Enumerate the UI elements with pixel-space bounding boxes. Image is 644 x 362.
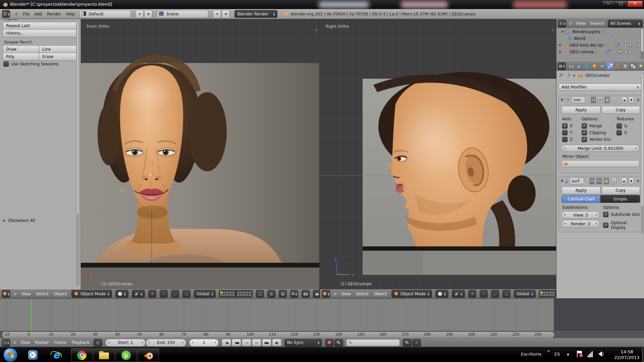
edit-mode-toggle[interactable]: ▣ (604, 97, 610, 103)
mirror-axis-x-checkbox[interactable]: ✓X (562, 123, 573, 129)
sync-mode-selector[interactable]: No Sync▲▼ (284, 339, 322, 347)
collapse-triangle-icon[interactable]: ▼ (561, 98, 563, 102)
gp-line-button[interactable]: Line (39, 45, 78, 53)
move-modifier-up-button[interactable]: ▲ (622, 97, 627, 103)
editor-type-3dview-icon[interactable]: ▲▼ (322, 290, 330, 298)
area-split-widget[interactable]: + (551, 28, 554, 33)
subsurf-modifier-header[interactable]: ▼ surf ▣ ▲ ▼ ✕ (559, 176, 642, 185)
render-engine-selector[interactable]: Blender Render▲▼ (234, 10, 277, 18)
subsurf-type-catmull-clark[interactable]: Catmull-Clark (561, 195, 601, 203)
merge-limit-slider[interactable]: ◂Merge Limit: 0.001000▸ (561, 145, 639, 152)
delete-modifier-icon[interactable]: ✕ (636, 98, 640, 103)
snap-element-selector[interactable]: ⊞▲▼ (290, 290, 298, 298)
redo-panel-header[interactable]: ▶(De)select All (3, 218, 35, 223)
subsurf-copy-button[interactable]: Copy (601, 186, 640, 194)
manipulator-arc-icon[interactable]: ◡ (491, 290, 499, 298)
menu-select[interactable]: Select (355, 292, 370, 296)
menu-object[interactable]: Object (373, 292, 388, 296)
screen-layout-selector[interactable]: Default (79, 10, 131, 18)
collapse-menu-icon[interactable]: ⊘ (333, 292, 337, 296)
pivot-point-selector[interactable]: ▲▼ (132, 290, 145, 298)
mirror-vertexgroups-checkbox[interactable]: ✓Vertex Gro (582, 137, 611, 142)
tab-render[interactable] (568, 62, 575, 70)
menu-object[interactable]: Object (53, 292, 68, 296)
viewport-shading-selector[interactable]: ▲▼ (435, 290, 448, 298)
show-desktop-button[interactable] (642, 347, 644, 362)
viewport-right-canvas[interactable] (320, 19, 556, 289)
gp-poly-button[interactable]: Poly (3, 53, 43, 61)
volume-speaker-icon[interactable]: ) (598, 351, 604, 357)
mirror-merge-checkbox[interactable]: ✓Merge (582, 123, 602, 129)
outliner-row-world[interactable]: World (567, 36, 585, 41)
tool-shelf-scrollbar[interactable] (76, 20, 79, 287)
delete-layout-button[interactable]: ✕ (144, 10, 152, 18)
outliner-row-renderlayers[interactable]: ⊕ RenderLayers| (561, 29, 610, 34)
outliner-scene-filter[interactable]: All Scenes▲▼ (608, 20, 643, 27)
delete-modifier-icon[interactable]: ✕ (636, 179, 640, 184)
tab-object-data[interactable] (614, 62, 621, 70)
subsurf-apply-button[interactable]: Apply (561, 186, 601, 194)
delete-scene-button[interactable]: ✕ (222, 10, 230, 18)
subdivide-uvs-checkbox[interactable]: ✓Subdivide UVs (603, 212, 640, 217)
collapse-menu-icon[interactable]: ⊘ (569, 21, 572, 26)
menu-add[interactable]: Add (34, 12, 42, 16)
toolbar-chevron[interactable]: » (547, 349, 550, 353)
maximize-button[interactable]: □ (614, 1, 627, 7)
tab-scene[interactable] (575, 62, 583, 70)
active-keying-set-field[interactable] (346, 339, 400, 346)
subsurf-render-stepper[interactable]: ◂Render: 2▸ (561, 220, 600, 228)
mirror-copy-button[interactable]: Copy (601, 106, 640, 114)
taskbar-media-player-icon[interactable]: ▶ (24, 348, 42, 361)
move-modifier-down-button[interactable]: ▼ (629, 178, 634, 184)
outliner-row-geo-cornea[interactable]: ⊕ GEO-cornea| (558, 49, 630, 54)
outliner-menu-search[interactable]: Search (589, 21, 605, 26)
mode-selector[interactable]: Object Mode▲▼ (71, 290, 112, 298)
insert-keyframe-icon[interactable] (403, 339, 412, 347)
modifier-name-field[interactable]: rror (572, 97, 585, 103)
taskbar-explorer-button[interactable] (93, 348, 115, 362)
mirror-texture-u-checkbox[interactable]: U (616, 123, 627, 129)
mirror-apply-button[interactable]: Apply (561, 106, 601, 114)
desktop-toolbar-label[interactable]: Escritorio (521, 352, 541, 357)
outliner-menu-view[interactable]: View (575, 21, 586, 26)
viewport-front-canvas[interactable] (80, 19, 319, 289)
collapse-menu-icon[interactable]: ⊘ (15, 12, 18, 16)
viewport-front[interactable]: Front Ortho + x (1) GEO/cuerpo Repeat Re… (0, 19, 320, 298)
menu-help[interactable]: Help (66, 12, 75, 16)
optimal-display-checkbox[interactable]: ✓Optimal Display (603, 221, 642, 230)
viewport-visibility-toggle[interactable] (598, 97, 603, 103)
tab-particles[interactable]: ✱ (637, 62, 644, 70)
editor-type-info-icon[interactable]: i▲▼ (2, 10, 10, 18)
close-button[interactable]: ✕ (627, 1, 643, 7)
mirror-clipping-checkbox[interactable]: ✓Clipping (582, 130, 606, 135)
taskbar-chrome-button[interactable] (71, 348, 93, 362)
viewport-right[interactable]: Right Ortho + z y (1) GEO/cuerpo ▲▼ ⊘ Vi… (320, 19, 556, 298)
minimize-button[interactable]: — (602, 1, 614, 7)
area-split-widget[interactable]: + (315, 28, 318, 33)
menu-file[interactable]: File (23, 12, 30, 16)
add-layout-button[interactable]: + (136, 10, 144, 18)
pivot-point-selector[interactable]: ▲▼ (452, 290, 465, 298)
next-keyframe-button[interactable]: ▶▶ (262, 339, 271, 346)
outliner-scrollbar[interactable] (641, 28, 644, 59)
delete-keyframe-icon[interactable]: ✗ (412, 339, 421, 347)
manipulator-rotate-icon[interactable]: ↗ (160, 290, 168, 298)
mirror-axis-z-checkbox[interactable]: Z (562, 137, 573, 142)
manipulator-arc-icon[interactable]: ◡ (171, 290, 179, 298)
tool-shelf[interactable]: Repeat Repeat Last History... Grease Pen… (0, 19, 81, 289)
taskbar-utorrent-button[interactable]: µ (115, 348, 137, 362)
editor-type-3dview-icon[interactable]: ▲▼ (2, 290, 10, 298)
properties-scrollbar[interactable] (641, 73, 644, 234)
tab-modifiers[interactable] (606, 62, 613, 70)
move-modifier-up-button[interactable]: ▲ (621, 178, 627, 184)
proportional-edit-icon[interactable]: ◎ (267, 290, 275, 298)
taskbar-internet-explorer-icon[interactable]: e (48, 348, 65, 361)
mirror-axis-y-checkbox[interactable]: Y (562, 130, 572, 135)
language-indicator[interactable]: ES (554, 352, 560, 357)
taskbar-blender-button[interactable] (138, 348, 159, 362)
gp-draw-button[interactable]: Draw (3, 45, 43, 53)
sketch-sessions-checkbox[interactable]: Use Sketching Sessions (3, 61, 58, 67)
keying-mode-icon[interactable] (334, 339, 343, 347)
frame-end-field[interactable]: ◂End: 250▸ (146, 339, 186, 347)
tab-texture[interactable] (629, 62, 637, 70)
